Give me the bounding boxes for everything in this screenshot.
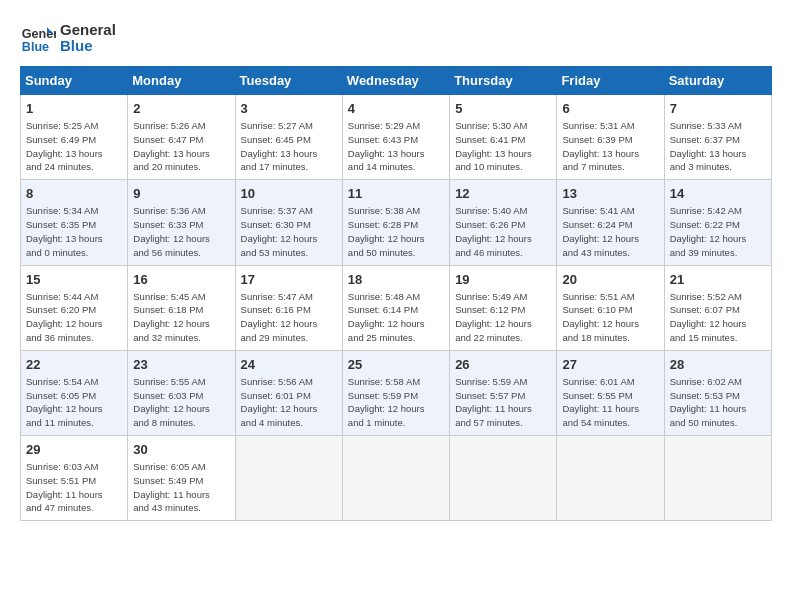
day-info: Sunrise: 5:49 AM Sunset: 6:12 PM Dayligh… <box>455 290 551 345</box>
calendar-cell <box>235 436 342 521</box>
day-info: Sunrise: 5:26 AM Sunset: 6:47 PM Dayligh… <box>133 119 229 174</box>
weekday-header-tuesday: Tuesday <box>235 67 342 95</box>
day-number: 21 <box>670 271 766 289</box>
calendar-cell: 21Sunrise: 5:52 AM Sunset: 6:07 PM Dayli… <box>664 265 771 350</box>
logo: General Blue General Blue <box>20 20 116 56</box>
day-number: 13 <box>562 185 658 203</box>
day-info: Sunrise: 5:33 AM Sunset: 6:37 PM Dayligh… <box>670 119 766 174</box>
day-info: Sunrise: 5:56 AM Sunset: 6:01 PM Dayligh… <box>241 375 337 430</box>
day-number: 23 <box>133 356 229 374</box>
day-info: Sunrise: 6:01 AM Sunset: 5:55 PM Dayligh… <box>562 375 658 430</box>
page-header: General Blue General Blue <box>20 20 772 56</box>
calendar-cell <box>557 436 664 521</box>
calendar-cell: 23Sunrise: 5:55 AM Sunset: 6:03 PM Dayli… <box>128 350 235 435</box>
calendar-cell: 30Sunrise: 6:05 AM Sunset: 5:49 PM Dayli… <box>128 436 235 521</box>
calendar-cell: 19Sunrise: 5:49 AM Sunset: 6:12 PM Dayli… <box>450 265 557 350</box>
weekday-header-friday: Friday <box>557 67 664 95</box>
day-info: Sunrise: 5:29 AM Sunset: 6:43 PM Dayligh… <box>348 119 444 174</box>
day-number: 6 <box>562 100 658 118</box>
logo-text-blue: Blue <box>60 38 116 55</box>
calendar-week-row: 22Sunrise: 5:54 AM Sunset: 6:05 PM Dayli… <box>21 350 772 435</box>
calendar-cell <box>342 436 449 521</box>
day-info: Sunrise: 5:48 AM Sunset: 6:14 PM Dayligh… <box>348 290 444 345</box>
day-number: 1 <box>26 100 122 118</box>
day-number: 2 <box>133 100 229 118</box>
calendar-cell: 13Sunrise: 5:41 AM Sunset: 6:24 PM Dayli… <box>557 180 664 265</box>
calendar-cell: 14Sunrise: 5:42 AM Sunset: 6:22 PM Dayli… <box>664 180 771 265</box>
weekday-header-wednesday: Wednesday <box>342 67 449 95</box>
day-number: 12 <box>455 185 551 203</box>
calendar-cell: 5Sunrise: 5:30 AM Sunset: 6:41 PM Daylig… <box>450 95 557 180</box>
day-info: Sunrise: 5:37 AM Sunset: 6:30 PM Dayligh… <box>241 204 337 259</box>
day-info: Sunrise: 5:45 AM Sunset: 6:18 PM Dayligh… <box>133 290 229 345</box>
day-info: Sunrise: 5:27 AM Sunset: 6:45 PM Dayligh… <box>241 119 337 174</box>
day-info: Sunrise: 5:31 AM Sunset: 6:39 PM Dayligh… <box>562 119 658 174</box>
day-number: 15 <box>26 271 122 289</box>
day-info: Sunrise: 5:52 AM Sunset: 6:07 PM Dayligh… <box>670 290 766 345</box>
day-number: 27 <box>562 356 658 374</box>
day-number: 16 <box>133 271 229 289</box>
day-info: Sunrise: 5:25 AM Sunset: 6:49 PM Dayligh… <box>26 119 122 174</box>
day-number: 26 <box>455 356 551 374</box>
weekday-header-thursday: Thursday <box>450 67 557 95</box>
day-number: 3 <box>241 100 337 118</box>
calendar-cell <box>450 436 557 521</box>
calendar-cell: 1Sunrise: 5:25 AM Sunset: 6:49 PM Daylig… <box>21 95 128 180</box>
calendar-cell: 20Sunrise: 5:51 AM Sunset: 6:10 PM Dayli… <box>557 265 664 350</box>
day-number: 5 <box>455 100 551 118</box>
day-number: 30 <box>133 441 229 459</box>
calendar-cell: 28Sunrise: 6:02 AM Sunset: 5:53 PM Dayli… <box>664 350 771 435</box>
day-info: Sunrise: 5:54 AM Sunset: 6:05 PM Dayligh… <box>26 375 122 430</box>
day-info: Sunrise: 5:40 AM Sunset: 6:26 PM Dayligh… <box>455 204 551 259</box>
calendar-cell: 11Sunrise: 5:38 AM Sunset: 6:28 PM Dayli… <box>342 180 449 265</box>
logo-icon: General Blue <box>20 20 56 56</box>
day-number: 17 <box>241 271 337 289</box>
calendar-cell: 27Sunrise: 6:01 AM Sunset: 5:55 PM Dayli… <box>557 350 664 435</box>
day-number: 10 <box>241 185 337 203</box>
calendar-cell: 12Sunrise: 5:40 AM Sunset: 6:26 PM Dayli… <box>450 180 557 265</box>
day-info: Sunrise: 5:34 AM Sunset: 6:35 PM Dayligh… <box>26 204 122 259</box>
calendar-cell: 2Sunrise: 5:26 AM Sunset: 6:47 PM Daylig… <box>128 95 235 180</box>
day-number: 24 <box>241 356 337 374</box>
weekday-header-sunday: Sunday <box>21 67 128 95</box>
day-info: Sunrise: 5:36 AM Sunset: 6:33 PM Dayligh… <box>133 204 229 259</box>
calendar-table: SundayMondayTuesdayWednesdayThursdayFrid… <box>20 66 772 521</box>
day-number: 22 <box>26 356 122 374</box>
calendar-cell: 29Sunrise: 6:03 AM Sunset: 5:51 PM Dayli… <box>21 436 128 521</box>
calendar-cell: 10Sunrise: 5:37 AM Sunset: 6:30 PM Dayli… <box>235 180 342 265</box>
day-info: Sunrise: 5:51 AM Sunset: 6:10 PM Dayligh… <box>562 290 658 345</box>
day-info: Sunrise: 5:30 AM Sunset: 6:41 PM Dayligh… <box>455 119 551 174</box>
calendar-week-row: 1Sunrise: 5:25 AM Sunset: 6:49 PM Daylig… <box>21 95 772 180</box>
day-number: 9 <box>133 185 229 203</box>
day-number: 18 <box>348 271 444 289</box>
day-info: Sunrise: 6:03 AM Sunset: 5:51 PM Dayligh… <box>26 460 122 515</box>
day-number: 14 <box>670 185 766 203</box>
day-info: Sunrise: 5:42 AM Sunset: 6:22 PM Dayligh… <box>670 204 766 259</box>
day-info: Sunrise: 5:47 AM Sunset: 6:16 PM Dayligh… <box>241 290 337 345</box>
svg-text:Blue: Blue <box>22 40 49 54</box>
day-info: Sunrise: 5:41 AM Sunset: 6:24 PM Dayligh… <box>562 204 658 259</box>
weekday-header-row: SundayMondayTuesdayWednesdayThursdayFrid… <box>21 67 772 95</box>
day-info: Sunrise: 5:55 AM Sunset: 6:03 PM Dayligh… <box>133 375 229 430</box>
calendar-cell: 15Sunrise: 5:44 AM Sunset: 6:20 PM Dayli… <box>21 265 128 350</box>
day-info: Sunrise: 5:38 AM Sunset: 6:28 PM Dayligh… <box>348 204 444 259</box>
weekday-header-saturday: Saturday <box>664 67 771 95</box>
calendar-week-row: 8Sunrise: 5:34 AM Sunset: 6:35 PM Daylig… <box>21 180 772 265</box>
calendar-cell: 8Sunrise: 5:34 AM Sunset: 6:35 PM Daylig… <box>21 180 128 265</box>
day-number: 11 <box>348 185 444 203</box>
day-info: Sunrise: 6:02 AM Sunset: 5:53 PM Dayligh… <box>670 375 766 430</box>
calendar-cell: 18Sunrise: 5:48 AM Sunset: 6:14 PM Dayli… <box>342 265 449 350</box>
weekday-header-monday: Monday <box>128 67 235 95</box>
day-number: 20 <box>562 271 658 289</box>
day-info: Sunrise: 6:05 AM Sunset: 5:49 PM Dayligh… <box>133 460 229 515</box>
calendar-cell: 4Sunrise: 5:29 AM Sunset: 6:43 PM Daylig… <box>342 95 449 180</box>
day-number: 4 <box>348 100 444 118</box>
day-number: 19 <box>455 271 551 289</box>
calendar-cell: 17Sunrise: 5:47 AM Sunset: 6:16 PM Dayli… <box>235 265 342 350</box>
calendar-week-row: 15Sunrise: 5:44 AM Sunset: 6:20 PM Dayli… <box>21 265 772 350</box>
calendar-cell: 7Sunrise: 5:33 AM Sunset: 6:37 PM Daylig… <box>664 95 771 180</box>
day-number: 25 <box>348 356 444 374</box>
calendar-cell: 26Sunrise: 5:59 AM Sunset: 5:57 PM Dayli… <box>450 350 557 435</box>
calendar-cell: 22Sunrise: 5:54 AM Sunset: 6:05 PM Dayli… <box>21 350 128 435</box>
calendar-cell: 9Sunrise: 5:36 AM Sunset: 6:33 PM Daylig… <box>128 180 235 265</box>
